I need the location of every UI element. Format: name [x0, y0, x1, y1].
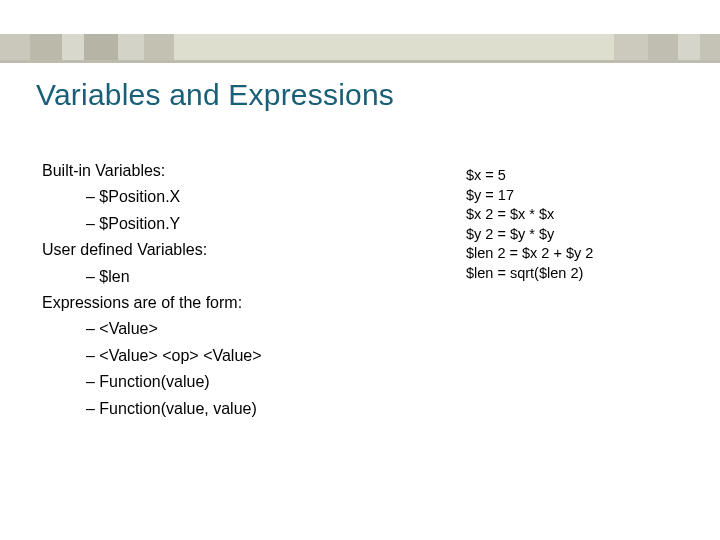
- code-line-2: $y = 17: [466, 186, 593, 206]
- left-heading-expr: Expressions are of the form:: [42, 290, 262, 316]
- right-column: $x = 5 $y = 17 $x 2 = $x * $x $y 2 = $y …: [466, 166, 593, 283]
- bullet-position-x: – $Position.X: [86, 184, 262, 210]
- bullet-value: – <Value>: [86, 316, 262, 342]
- left-heading-builtin: Built-in Variables:: [42, 158, 262, 184]
- left-heading-user: User defined Variables:: [42, 237, 262, 263]
- code-line-5: $len 2 = $x 2 + $y 2: [466, 244, 593, 264]
- code-line-4: $y 2 = $y * $y: [466, 225, 593, 245]
- code-line-1: $x = 5: [466, 166, 593, 186]
- left-column: Built-in Variables: – $Position.X – $Pos…: [42, 158, 262, 422]
- slide-title: Variables and Expressions: [36, 78, 394, 112]
- bullet-func-two: – Function(value, value): [86, 396, 262, 422]
- code-line-3: $x 2 = $x * $x: [466, 205, 593, 225]
- bullet-value-op-value: – <Value> <op> <Value>: [86, 343, 262, 369]
- bullet-func-one: – Function(value): [86, 369, 262, 395]
- header-decor-band: [0, 34, 720, 60]
- bullet-position-y: – $Position.Y: [86, 211, 262, 237]
- code-line-6: $len = sqrt($len 2): [466, 264, 593, 284]
- bullet-len: – $len: [86, 264, 262, 290]
